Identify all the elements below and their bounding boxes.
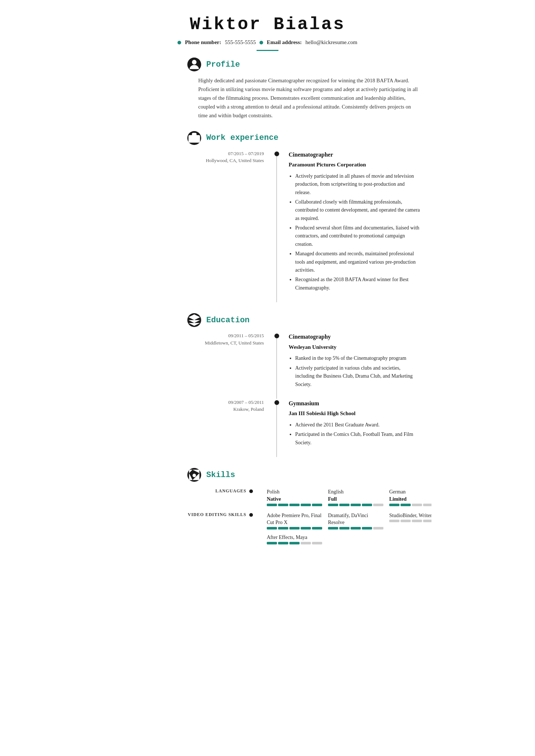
edu-details-0: Cinematography Wesleyan University Ranke…	[282, 332, 421, 399]
lang-german-level: Limited	[389, 496, 431, 502]
work-body: 07/2015 – 07/2019 Hollywood, CA, United …	[187, 150, 421, 303]
bar	[389, 520, 399, 522]
job-bullet-0-2: Produced several short films and documen…	[295, 224, 421, 248]
bar	[289, 504, 300, 506]
edu-location-0: Middletown, CT, United States	[198, 339, 264, 347]
bar	[373, 527, 383, 529]
work-section: Work experience 07/2015 – 07/2019 Hollyw…	[114, 131, 421, 303]
lang-english: English Full	[328, 488, 383, 506]
bar	[301, 504, 311, 506]
languages-content: Polish Native Engl	[260, 488, 431, 506]
education-section: Education 09/2011 – 05/2015 Middletown, …	[114, 313, 421, 457]
bar	[328, 504, 338, 506]
job-bullet-0-0: Actively participated in all phases of m…	[295, 172, 421, 197]
education-body: 09/2011 – 05/2015 Middletown, CT, United…	[187, 332, 421, 457]
skill-studiobinder: StudioBinder, WriterDuet	[389, 512, 431, 529]
email-value: hello@kickresume.com	[305, 39, 358, 46]
video-skills-label: VIDEO EDITING SKILLS	[187, 512, 260, 544]
bar	[389, 504, 399, 506]
lang-polish-name: Polish	[267, 488, 322, 496]
bar	[412, 504, 422, 506]
education-icon	[187, 313, 201, 327]
bar	[362, 527, 372, 529]
lang-german: German Limited	[389, 488, 431, 506]
profile-header: Profile	[187, 58, 421, 71]
lang-german-name: German	[389, 488, 431, 496]
video-skills-label-text: VIDEO EDITING SKILLS	[188, 512, 246, 517]
education-title: Education	[206, 316, 250, 325]
skills-section: Skills LANGUAGES Polish Native	[114, 468, 421, 544]
phone-dot	[177, 41, 181, 44]
lang-german-bars	[389, 504, 431, 506]
timeline-line-0	[271, 150, 282, 303]
bar	[301, 542, 311, 544]
edu-details-1: Gymnasium Jan III Sobieski High School A…	[282, 399, 421, 457]
edu-vline-1	[276, 405, 277, 457]
edu-vline-0	[276, 338, 277, 399]
video-skills-row: VIDEO EDITING SKILLS Adobe Premiere Pro,…	[187, 512, 421, 544]
bar	[278, 504, 288, 506]
bar	[312, 527, 322, 529]
bar	[301, 527, 311, 529]
edu-dot-1	[274, 400, 279, 405]
edu-degree-0: Cinematography	[289, 332, 421, 342]
edu-bullet-0-1: Actively participated in various clubs a…	[295, 364, 421, 389]
edu-bullet-1-0: Achieved the 2011 Best Graduate Award.	[295, 421, 421, 429]
lang-english-level: Full	[328, 496, 383, 502]
languages-row: LANGUAGES Polish Native	[187, 488, 421, 506]
languages-label-text: LANGUAGES	[215, 488, 246, 494]
edu-entry-0: 09/2011 – 05/2015 Middletown, CT, United…	[198, 332, 421, 399]
bar	[267, 527, 277, 529]
lang-polish-bars	[267, 504, 322, 506]
skill-dramatify-bars	[328, 527, 383, 529]
email-dot	[259, 41, 263, 44]
job-date-text-0: 07/2015 – 07/2019	[198, 150, 264, 157]
work-icon	[187, 131, 201, 145]
bar	[423, 520, 431, 522]
edu-timeline-1	[271, 399, 282, 457]
edu-bullets-0: Ranked in the top 5% of the Cinematograp…	[289, 354, 421, 389]
skill-adobe-bars	[267, 527, 322, 529]
svg-point-4	[192, 474, 196, 477]
skills-icon	[187, 468, 201, 482]
video-skills-content: Adobe Premiere Pro, Final Cut Pro X	[260, 512, 431, 544]
skill-adobe: Adobe Premiere Pro, Final Cut Pro X	[267, 512, 322, 529]
skills-title: Skills	[206, 470, 235, 480]
bar	[278, 542, 288, 544]
skill-studiobinder-name: StudioBinder, WriterDuet	[389, 512, 431, 519]
bar	[401, 520, 411, 522]
job-details-0: Cinematographer Paramount Pictures Corpo…	[282, 150, 421, 303]
bar	[267, 504, 277, 506]
bar	[351, 504, 361, 506]
job-bullet-0-3: Managed documents and records, maintaine…	[295, 250, 421, 274]
bar	[339, 527, 349, 529]
job-bullet-0-4: Recognized as the 2018 BAFTA Award winne…	[295, 276, 421, 292]
skills-body: LANGUAGES Polish Native	[187, 488, 421, 544]
lang-polish-level: Native	[267, 496, 322, 502]
skill-studiobinder-bars	[389, 520, 431, 522]
edu-school-1: Jan III Sobieski High School	[289, 409, 421, 418]
job-title-0: Cinematographer	[289, 150, 421, 160]
job-company-0: Paramount Pictures Corporation	[289, 160, 421, 169]
edu-bullets-1: Achieved the 2011 Best Graduate Award. P…	[289, 421, 421, 447]
edu-date-text-0: 09/2011 – 05/2015	[198, 332, 264, 339]
bar	[373, 504, 383, 506]
timeline-dot-0	[274, 151, 279, 156]
job-bullets-0: Actively participated in all phases of m…	[289, 172, 421, 292]
edu-bullet-1-1: Participated in the Comics Club, Footbal…	[295, 430, 421, 447]
profile-icon	[187, 58, 201, 71]
bar	[289, 542, 300, 544]
profile-body: Highly dedicated and passionate Cinemato…	[187, 76, 421, 120]
contact-line: Phone number: 555-555-5555 Email address…	[114, 39, 421, 46]
bar	[312, 504, 322, 506]
lang-english-name: English	[328, 488, 383, 496]
svg-point-0	[192, 60, 197, 64]
job-entry-0: 07/2015 – 07/2019 Hollywood, CA, United …	[198, 150, 421, 303]
bar	[339, 504, 349, 506]
profile-title: Profile	[206, 60, 240, 69]
edu-entry-1: 09/2007 – 05/2011 Krakow, Poland Gymnasi…	[198, 399, 421, 457]
bar	[423, 504, 431, 506]
phone-value: 555-555-5555	[225, 39, 256, 46]
edu-school-0: Wesleyan University	[289, 343, 421, 352]
job-date-0: 07/2015 – 07/2019 Hollywood, CA, United …	[198, 150, 271, 303]
